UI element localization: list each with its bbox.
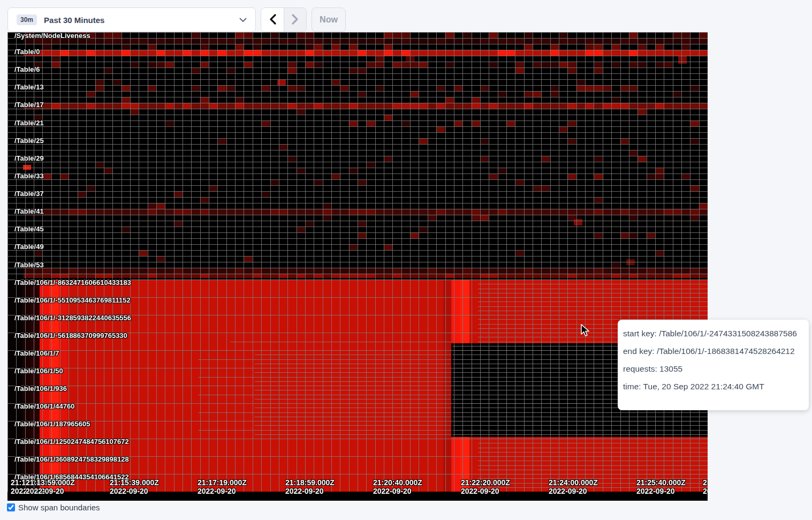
x-tick-label: 21:22:20.000Z2022-09-20: [461, 478, 510, 495]
x-tick-label: 21:25:40.000Z2022-09-20: [636, 478, 686, 495]
hover-tooltip: start key: /Table/106/1/-247433150824388…: [618, 320, 809, 410]
keyvis-chart: /System/NodeLiveness/Table/0/Table/6/Tab…: [7, 32, 708, 501]
row-label: /System/NodeLiveness: [14, 32, 90, 40]
x-tick-label: 21:17:19.000Z2022-09-20: [198, 478, 247, 495]
row-label: /Table/106/1/-3128593822440635556: [14, 314, 131, 322]
row-label: /Table/6: [14, 66, 40, 73]
time-window-label: Past 30 Minutes: [44, 16, 239, 25]
row-label: /Table/106/1/-561886370999765330: [14, 332, 127, 340]
chevron-down-icon: [239, 15, 247, 25]
row-label: /Table/106/1/44760: [14, 403, 75, 410]
x-tick-label: 21:13:59.000Z2022-09-20: [26, 478, 75, 495]
chevron-left-icon: [269, 14, 276, 26]
tooltip-line: start key: /Table/106/1/-247433150824388…: [623, 329, 805, 338]
chevron-right-icon: [292, 14, 299, 26]
row-label: /Table/53: [14, 261, 44, 269]
now-button[interactable]: Now: [312, 7, 346, 32]
toolbar: 30m Past 30 Minutes Now: [7, 7, 346, 32]
row-label: /Table/25: [14, 137, 44, 145]
x-tick-label: 21:20:40.000Z2022-09-20: [373, 478, 422, 495]
x-tick-label: 21:15:39.000Z2022-09-20: [110, 478, 159, 495]
row-label: /Table/106/1/1250247484756107672: [14, 438, 129, 446]
show-span-boundaries-checkbox[interactable]: Show span boundaries: [7, 503, 100, 512]
row-label: /Table/106/1/-8632471606610433183: [14, 279, 131, 287]
span-boundaries-input[interactable]: [7, 503, 15, 511]
row-label: /Table/106/1/187965605: [14, 420, 90, 428]
x-tick-label: 21:27:20.000Z2022-09-20: [703, 478, 708, 495]
row-label: /Table/21: [14, 119, 44, 127]
row-label: /Table/106/1/-5510953463769811152: [14, 297, 131, 304]
time-window-badge: 30m: [17, 14, 37, 25]
row-label: /Table/106/1/50: [14, 367, 63, 375]
span-boundaries-label: Show span boundaries: [18, 503, 100, 512]
row-label: /Table/41: [14, 208, 44, 215]
row-label: /Table/45: [14, 225, 44, 233]
row-label: /Table/13: [14, 84, 44, 91]
row-label: /Table/106/1/3608924758329898128: [14, 456, 129, 463]
x-tick-label: 21:24:00.000Z2022-09-20: [549, 478, 598, 495]
prev-window-button[interactable]: [261, 8, 284, 32]
row-label: /Table/37: [14, 190, 44, 198]
tooltip-line: time: Tue, 20 Sep 2022 21:24:40 GMT: [623, 382, 805, 391]
x-tick-label: 21:18:59.000Z2022-09-20: [285, 478, 335, 495]
tooltip-line: end key: /Table/106/1/-18683814745282642…: [623, 346, 805, 356]
time-nav-group: [261, 7, 307, 32]
row-label: /Table/17: [14, 101, 44, 109]
tooltip-line: requests: 13055: [623, 364, 805, 374]
keyvis-heatmap-canvas[interactable]: [7, 32, 708, 501]
row-label: /Table/33: [14, 172, 44, 180]
mouse-cursor-icon: [580, 324, 590, 340]
time-window-select[interactable]: 30m Past 30 Minutes: [7, 7, 256, 32]
row-label: /Table/29: [14, 155, 44, 162]
row-label: /Table/49: [14, 243, 44, 251]
next-window-button[interactable]: [284, 8, 306, 32]
row-label: /Table/106/1/7: [14, 350, 59, 357]
row-label: /Table/0: [14, 48, 40, 56]
row-label: /Table/106/1/936: [14, 385, 67, 393]
